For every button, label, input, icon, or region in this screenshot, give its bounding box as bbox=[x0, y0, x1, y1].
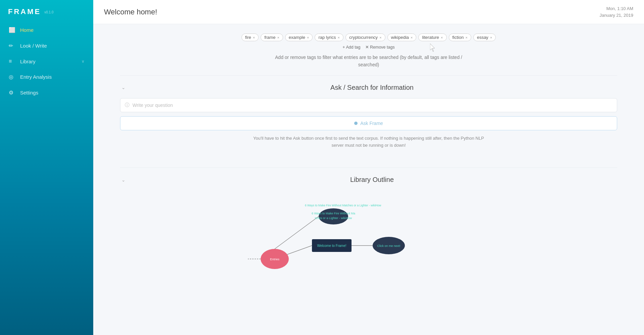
ask-section: ⓘ Ask Frame You'll have to hit the Ask b… bbox=[93, 98, 644, 160]
graph-area: Entries6 Ways to Make Fire Without Match… bbox=[120, 187, 617, 287]
tags-hint: Add or remove tags to filter what entrie… bbox=[268, 54, 469, 69]
sidebar-item-library[interactable]: ≡Library∨ bbox=[0, 54, 93, 69]
sidebar-item-home[interactable]: ⬜Home bbox=[0, 22, 93, 38]
look-write-icon: ✏ bbox=[9, 43, 15, 49]
tag-remove-frame[interactable]: × bbox=[277, 36, 279, 40]
graph-node-wikihow[interactable]: 6 Ways to Make Fire Without Matches or a… bbox=[312, 208, 355, 224]
tag-chip-fiction[interactable]: fiction× bbox=[449, 34, 471, 41]
library-expand-arrow: ∨ bbox=[82, 59, 85, 64]
ask-collapse-arrow[interactable]: ⌄ bbox=[120, 84, 127, 91]
tag-chip-fire[interactable]: fire× bbox=[241, 34, 259, 41]
sidebar-item-label-library: Library bbox=[20, 59, 36, 64]
sidebar-item-look-write[interactable]: ✏Look / Write bbox=[0, 38, 93, 54]
library-icon: ≡ bbox=[9, 58, 15, 64]
datetime-line2: January 21, 2019 bbox=[600, 12, 633, 19]
ask-btn-dot bbox=[354, 122, 358, 125]
datetime-line1: Mon, 1:10 AM bbox=[600, 5, 633, 12]
home-icon: ⬜ bbox=[9, 27, 15, 33]
tag-label: fiction bbox=[452, 35, 464, 40]
logo-area: FRAME v0.1.0 bbox=[0, 0, 93, 22]
content-area: fire×frame×example×rap lyrics×cryptocurr… bbox=[93, 24, 644, 335]
graph-node-entries[interactable]: Entries bbox=[261, 249, 289, 269]
sidebar-item-entry-analysis[interactable]: ◎Entry Analysis bbox=[0, 69, 93, 85]
tag-remove-wikipedia[interactable]: × bbox=[411, 36, 413, 40]
wikihow-label: 6 Ways to Make Fire Without Matches or a… bbox=[305, 204, 381, 207]
logo-text: FRAME bbox=[8, 7, 41, 16]
tag-remove-example[interactable]: × bbox=[307, 36, 309, 40]
tags-section: fire×frame×example×rap lyrics×cryptocurr… bbox=[93, 34, 644, 75]
svg-text:6 Ways to Make Fire Without Ma: 6 Ways to Make Fire Without Ma bbox=[312, 212, 355, 215]
tag-label: literature bbox=[422, 35, 439, 40]
tag-chip-rap-lyrics[interactable]: rap lyrics× bbox=[315, 34, 343, 41]
tag-remove-fire[interactable]: × bbox=[253, 36, 255, 40]
tag-remove-rap-lyrics[interactable]: × bbox=[337, 36, 339, 40]
svg-text:Entries: Entries bbox=[270, 258, 280, 261]
library-section-title: Library Outline bbox=[127, 176, 617, 184]
tag-chip-frame[interactable]: frame× bbox=[261, 34, 283, 41]
tag-label: example bbox=[289, 35, 305, 40]
tag-chip-example[interactable]: example× bbox=[285, 34, 313, 41]
tag-remove-cryptocurrency[interactable]: × bbox=[379, 36, 381, 40]
library-section: Entries6 Ways to Make Fire Without Match… bbox=[93, 187, 644, 295]
sidebar-item-settings[interactable]: ⚙Settings bbox=[0, 85, 93, 100]
tag-label: wikipedia bbox=[391, 35, 409, 40]
remove-tags-button[interactable]: ✕ Remove tags bbox=[365, 45, 395, 50]
nav-menu: ⬜Home✏Look / Write≡Library∨◎Entry Analys… bbox=[0, 22, 93, 100]
svg-text:tches or a Lighter - wikiHow: tches or a Lighter - wikiHow bbox=[315, 216, 352, 220]
library-graph: Entries6 Ways to Make Fire Without Match… bbox=[120, 187, 617, 287]
library-collapse-arrow[interactable]: ⌄ bbox=[120, 177, 127, 183]
settings-icon: ⚙ bbox=[9, 89, 15, 96]
tag-label: frame bbox=[264, 35, 275, 40]
version-text: v0.1.0 bbox=[44, 10, 53, 14]
ask-section-title: Ask / Search for Information bbox=[127, 84, 617, 91]
tag-remove-fiction[interactable]: × bbox=[465, 36, 467, 40]
tag-chip-cryptocurrency[interactable]: cryptocurrency× bbox=[345, 34, 385, 41]
tags-row: fire×frame×example×rap lyrics×cryptocurr… bbox=[120, 34, 617, 41]
add-tag-button[interactable]: + Add tag bbox=[342, 45, 360, 50]
header: Welcome home! Mon, 1:10 AM January 21, 2… bbox=[93, 0, 644, 24]
tag-label: fire bbox=[245, 35, 251, 40]
tag-label: essay bbox=[477, 35, 488, 40]
sidebar-item-label-entry-analysis: Entry Analysis bbox=[20, 74, 52, 80]
tag-label: rap lyrics bbox=[318, 35, 336, 40]
svg-text:Click on me next!: Click on me next! bbox=[377, 244, 400, 248]
graph-node-welcome[interactable]: Welcome to Frame! bbox=[312, 239, 352, 252]
main-content: Welcome home! Mon, 1:10 AM January 21, 2… bbox=[93, 0, 644, 335]
ask-button-label: Ask Frame bbox=[360, 121, 383, 126]
ask-frame-button[interactable]: Ask Frame bbox=[120, 116, 617, 130]
tag-actions: + Add tag ✕ Remove tags bbox=[120, 45, 617, 50]
question-icon: ⓘ bbox=[125, 102, 129, 108]
entry-analysis-icon: ◎ bbox=[9, 74, 15, 80]
ask-input-wrapper: ⓘ bbox=[120, 98, 617, 112]
tag-chip-essay[interactable]: essay× bbox=[473, 34, 496, 41]
datetime-display: Mon, 1:10 AM January 21, 2019 bbox=[600, 5, 633, 18]
ask-input[interactable] bbox=[120, 98, 617, 112]
svg-text:Welcome to Frame!: Welcome to Frame! bbox=[317, 244, 346, 248]
tag-label: cryptocurrency bbox=[349, 35, 378, 40]
tag-remove-essay[interactable]: × bbox=[490, 36, 492, 40]
tag-chip-wikipedia[interactable]: wikipedia× bbox=[387, 34, 417, 41]
sidebar-item-label-look-write: Look / Write bbox=[20, 43, 47, 49]
tag-remove-literature[interactable]: × bbox=[441, 36, 443, 40]
sidebar-item-label-home: Home bbox=[20, 27, 34, 33]
sidebar: FRAME v0.1.0 ⬜Home✏Look / Write≡Library∨… bbox=[0, 0, 93, 335]
ask-hint: You'll have to hit the Ask button once f… bbox=[251, 135, 486, 149]
tag-chip-literature[interactable]: literature× bbox=[418, 34, 446, 41]
sidebar-item-label-settings: Settings bbox=[20, 90, 38, 95]
graph-node-clickme[interactable]: Click on me next! bbox=[373, 237, 405, 254]
page-title: Welcome home! bbox=[104, 8, 157, 16]
